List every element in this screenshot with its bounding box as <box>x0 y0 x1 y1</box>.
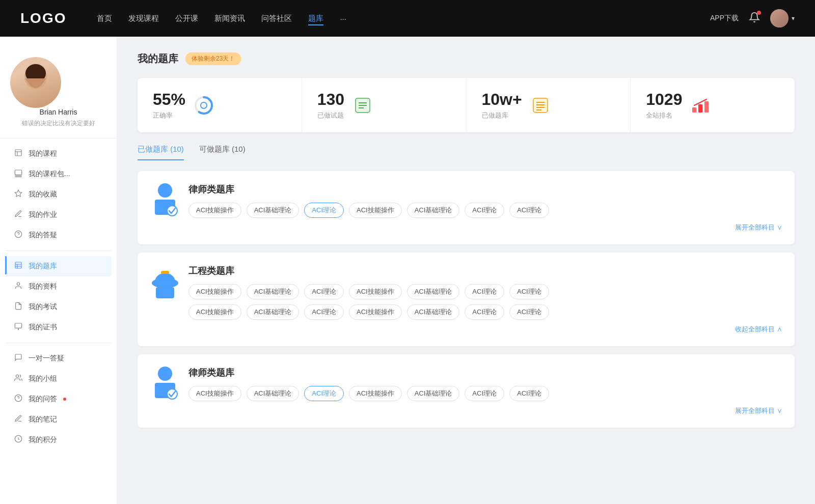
eng-tag-r1-6[interactable]: ACI理论 <box>509 284 549 299</box>
question-dot <box>63 398 66 401</box>
tab-available[interactable]: 可做题库 (10) <box>199 145 246 160</box>
eng-tag-r1-3[interactable]: ACI技能操作 <box>349 284 402 299</box>
lawyer1-tag-4[interactable]: ACI基础理论 <box>407 203 460 218</box>
homework-icon <box>13 210 23 220</box>
engineer-expand[interactable]: 收起全部科目 ∧ <box>188 325 782 334</box>
eng-tag-r2-4[interactable]: ACI基础理论 <box>407 304 460 320</box>
menu-item-wrapper-course: 我的课程 <box>5 144 112 164</box>
active-indicator <box>5 256 7 274</box>
sidebar-item-notes-label: 我的笔记 <box>29 415 57 424</box>
lawyer2-tag-4[interactable]: ACI基础理论 <box>407 386 460 401</box>
eng-tag-r1-4[interactable]: ACI基础理论 <box>407 284 460 299</box>
menu-item-wrapper-profile: 我的资料 <box>5 276 112 297</box>
nav-qa[interactable]: 问答社区 <box>261 12 292 25</box>
bank-card-lawyer-2: 律师类题库 ACI技能操作 ACI基础理论 ACI理论 ACI技能操作 ACI基… <box>138 354 795 428</box>
menu-item-wrapper-bank: 我的题库 <box>5 256 112 276</box>
eng-tag-r1-2[interactable]: ACI理论 <box>304 284 344 299</box>
lawyer-card-title-1: 律师类题库 <box>188 183 782 195</box>
lawyer-icon-1 <box>150 183 180 219</box>
lawyer1-tag-3[interactable]: ACI技能操作 <box>349 203 402 218</box>
page-header: 我的题库 体验剩余23天！ <box>138 52 795 66</box>
stat-rank-value: 1029 <box>646 90 682 109</box>
lawyer2-tag-2[interactable]: ACI理论 <box>304 386 344 401</box>
engineer-card-title: 工程类题库 <box>188 265 782 277</box>
tab-done[interactable]: 已做题库 (10) <box>138 145 184 160</box>
lawyer-icon-2 <box>150 367 180 402</box>
lawyer1-tag-5[interactable]: ACI理论 <box>465 203 504 218</box>
eng-tag-r2-0[interactable]: ACI技能操作 <box>188 304 241 320</box>
lawyer2-tag-1[interactable]: ACI基础理论 <box>247 386 300 401</box>
nav-more[interactable]: ··· <box>340 12 346 25</box>
menu-item-wrapper-group: 我的小组 <box>5 369 112 389</box>
stat-done-banks-text: 10w+ 已做题库 <box>482 90 522 120</box>
group-icon <box>13 374 23 384</box>
eng-tag-r2-3[interactable]: ACI技能操作 <box>349 304 402 320</box>
eng-tag-r2-5[interactable]: ACI理论 <box>465 304 504 320</box>
svg-point-9 <box>15 231 21 237</box>
user-avatar-wrapper[interactable]: ▾ <box>770 9 795 27</box>
main-layout: Brian Harris 错误的决定比没有决定要好 我的课程 我的课程包... <box>0 37 815 504</box>
svg-point-40 <box>158 183 172 198</box>
lawyer1-tag-0[interactable]: ACI技能操作 <box>188 203 241 218</box>
lawyer2-expand[interactable]: 展开全部科目 ∨ <box>188 406 782 415</box>
lawyer1-tag-1[interactable]: ACI基础理论 <box>247 203 300 218</box>
menu-item-wrapper-qa: 我的答疑 <box>5 225 112 245</box>
eng-tag-r2-1[interactable]: ACI基础理论 <box>247 304 300 320</box>
eng-tag-r1-0[interactable]: ACI技能操作 <box>188 284 241 299</box>
svg-marker-8 <box>15 190 21 197</box>
svg-point-20 <box>15 395 21 401</box>
nav-question-bank[interactable]: 题库 <box>308 12 323 25</box>
main-nav: 首页 发现课程 公开课 新闻资讯 问答社区 题库 ··· <box>97 12 346 25</box>
app-download-link[interactable]: APP下载 <box>710 14 739 23</box>
sidebar-item-points[interactable]: 我的积分 <box>5 430 112 450</box>
points-icon <box>13 435 23 445</box>
profile-motto: 错误的决定比没有决定要好 <box>10 119 106 128</box>
banks-icon <box>530 95 551 116</box>
sidebar-item-exam[interactable]: 我的考试 <box>5 297 112 317</box>
svg-point-46 <box>158 367 172 381</box>
sidebar-item-course-label: 我的课程 <box>29 149 57 158</box>
sidebar-item-oneone[interactable]: 一对一答疑 <box>5 348 112 369</box>
menu-item-wrapper-question: 我的问答 <box>5 389 112 409</box>
questions-icon <box>352 95 373 116</box>
sidebar-item-bank[interactable]: 我的题库 <box>5 256 112 276</box>
eng-tag-r1-1[interactable]: ACI基础理论 <box>247 284 300 299</box>
sidebar-item-question[interactable]: 我的问答 <box>5 389 112 409</box>
sidebar-item-qa[interactable]: 我的答疑 <box>5 225 112 245</box>
lawyer2-tag-3[interactable]: ACI技能操作 <box>349 386 402 401</box>
question-icon <box>13 394 23 404</box>
logo: LOGO <box>20 10 66 26</box>
lawyer1-tag-6[interactable]: ACI理论 <box>509 203 549 218</box>
sidebar-item-favorite[interactable]: 我的收藏 <box>5 184 112 205</box>
oneone-icon <box>13 353 23 363</box>
lawyer2-tag-5[interactable]: ACI理论 <box>465 386 504 401</box>
lawyer1-expand[interactable]: 展开全部科目 ∨ <box>188 223 782 232</box>
sidebar-item-notes[interactable]: 我的笔记 <box>5 409 112 430</box>
sidebar-item-cert[interactable]: 我的证书 <box>5 317 112 338</box>
menu-item-wrapper-package: 我的课程包... <box>5 164 112 184</box>
eng-tag-r2-2[interactable]: ACI理论 <box>304 304 344 320</box>
sidebar-item-package[interactable]: 我的课程包... <box>5 164 112 184</box>
nav-courses[interactable]: 发现课程 <box>128 12 159 25</box>
nav-open-course[interactable]: 公开课 <box>175 12 198 25</box>
avatar <box>770 9 789 27</box>
lawyer2-tag-6[interactable]: ACI理论 <box>509 386 549 401</box>
nav-home[interactable]: 首页 <box>97 12 112 25</box>
stat-done-banks: 10w+ 已做题库 <box>467 78 631 132</box>
svg-rect-37 <box>692 107 696 113</box>
lawyer1-tag-2[interactable]: ACI理论 <box>304 203 344 218</box>
lawyer2-tag-0[interactable]: ACI技能操作 <box>188 386 241 401</box>
sidebar-item-profile[interactable]: 我的资料 <box>5 276 112 297</box>
sidebar-item-homework[interactable]: 我的作业 <box>5 205 112 225</box>
menu-item-wrapper-notes: 我的笔记 <box>5 409 112 430</box>
stat-accuracy: 55% 正确率 <box>138 78 302 132</box>
nav-news[interactable]: 新闻资讯 <box>214 12 245 25</box>
sidebar-item-group[interactable]: 我的小组 <box>5 369 112 389</box>
profile-avatar <box>10 57 61 108</box>
star-icon <box>13 189 23 200</box>
notification-bell[interactable] <box>749 12 760 25</box>
eng-tag-r1-5[interactable]: ACI理论 <box>465 284 504 299</box>
eng-tag-r2-6[interactable]: ACI理论 <box>509 304 549 320</box>
sidebar-item-course[interactable]: 我的课程 <box>5 144 112 164</box>
sidebar-item-favorite-label: 我的收藏 <box>29 190 57 199</box>
